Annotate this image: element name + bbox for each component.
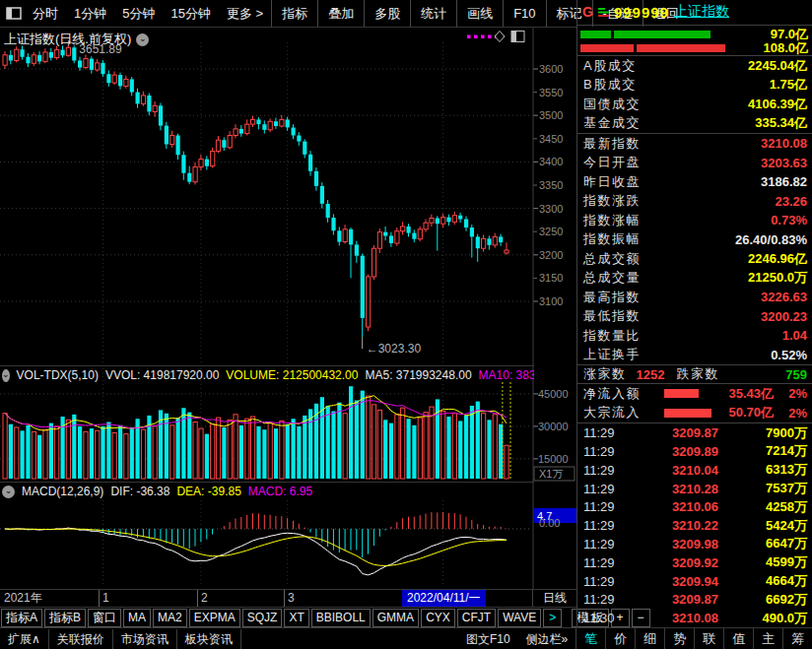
stat-value: 23.26 [775, 194, 807, 209]
indicator-button-expma[interactable]: EXPMA [189, 609, 240, 627]
tick-volume: 4599万 [738, 553, 807, 571]
toolbar-right-item-5[interactable]: F10 [503, 0, 545, 27]
quote-header[interactable]: G 999999 上证指数 [577, 0, 812, 26]
stat-label: 总成交量 [583, 269, 641, 287]
panel-tab-主[interactable]: 主 [753, 628, 782, 649]
period-selector[interactable]: 日线 [532, 589, 576, 608]
toolbar-left-item-4[interactable]: 更多 > [219, 0, 271, 27]
stat-label: 最新指数 [583, 135, 641, 153]
stat-label: 昨日收盘 [583, 173, 641, 191]
bottom-right-item-0[interactable]: 图文F10 [458, 629, 518, 649]
indicator-button-gmma[interactable]: GMMA [372, 609, 419, 627]
tick-price: 3209.98 [633, 537, 738, 552]
tick-time: 11:30 [583, 611, 633, 625]
stat-label: 总成交额 [583, 250, 641, 268]
tick-volume: 6647万 [738, 535, 807, 552]
indicator-button-cyx[interactable]: CYX [421, 609, 455, 627]
toolbar-left-item-1[interactable]: 1分钟 [66, 0, 114, 27]
bottom-item-1[interactable]: 关联报价 [49, 629, 113, 649]
panel-tab-值[interactable]: 值 [723, 628, 753, 649]
bottom-item-2[interactable]: 市场资讯 [113, 629, 177, 649]
toolbar-right-item-3[interactable]: 统计 [410, 0, 456, 27]
toolbar-right-item-2[interactable]: 多股 [364, 0, 410, 27]
svg-text:3300: 3300 [539, 203, 563, 215]
stat-value: 3200.23 [761, 309, 807, 324]
panel-tab-笔[interactable]: 笔 [576, 628, 605, 649]
volume-field: VOLUME: 212500432.00 [226, 368, 358, 382]
chart-title[interactable]: 上证指数(日线.前复权) ⌄ [4, 31, 149, 48]
tick-row: 11:303210.08490.0万 [577, 609, 812, 627]
stat-label: 最高指数 [583, 289, 641, 306]
drawing-dots [467, 35, 471, 39]
toolbar-right-item-4[interactable]: 画线 [456, 0, 503, 27]
bottom-right-item-1[interactable]: 侧边栏» [518, 629, 576, 649]
tick-time: 11:29 [583, 425, 633, 440]
quote-stats: A股成交2245.04亿B股成交1.75亿国债成交4106.39亿基金成交335… [577, 56, 812, 365]
tick-time: 11:29 [583, 574, 633, 589]
indicator-more-arrow[interactable]: > [543, 609, 562, 627]
stat-value: 3186.82 [761, 174, 807, 189]
toolbar-right-item-0[interactable]: 指标 [271, 0, 317, 27]
tick-row: 11:293210.046313万 [577, 461, 812, 480]
advancers-label: 涨家数 [583, 365, 627, 383]
indicator-button-cfjt[interactable]: CFJT [457, 609, 496, 627]
toolbar-left-item-2[interactable]: 5分钟 [114, 0, 163, 27]
panel-tab-筹[interactable]: 筹 [782, 628, 812, 649]
toolbar-left-item-0[interactable]: 分时 [25, 0, 66, 27]
bottom-item-3[interactable]: 板块资讯 [177, 629, 241, 649]
macd-header: ⌄ MACD(12,26,9) DIF: -36.38 DEA: -39.85 … [0, 482, 534, 500]
indicator-button-窗口[interactable]: 窗口 [88, 609, 121, 627]
indicator-button-bbiboll[interactable]: BBIBOLL [311, 609, 371, 627]
stat-value: 3210.08 [761, 136, 807, 151]
layout-panes-icon[interactable] [6, 7, 22, 20]
bottom-item-0[interactable]: 扩展∧ [0, 629, 49, 649]
candlestick-pane[interactable]: 3600350034003300320031003550345033503250… [0, 27, 576, 369]
quote-panel: G 999999 上证指数 97.0亿 108.0亿 A股成交2245.04亿B… [576, 0, 812, 627]
month-tick-1: 1 [99, 590, 109, 607]
indicator-button-ma[interactable]: MA [123, 609, 151, 627]
chevron-down-icon[interactable]: ⌄ [136, 33, 149, 46]
stat-value: 0.73% [771, 213, 807, 227]
stat-row: 指数涨幅0.73% [577, 211, 812, 230]
trading-terminal: 分时1分钟5分钟15分钟更多 > 指标叠加多股统计画线F10标记-自选返回 上证… [0, 0, 812, 649]
indicator-button-指标b[interactable]: 指标B [44, 609, 86, 627]
indicator-button-ma2[interactable]: MA2 [153, 609, 187, 627]
indicator-button-wave[interactable]: WAVE [498, 609, 541, 627]
stat-value: 335.34亿 [755, 114, 807, 132]
chevron-down-icon[interactable]: ⌄ [2, 369, 10, 382]
ask-bar [580, 44, 728, 52]
flow-bar [664, 409, 711, 418]
toolbar-left-item-3[interactable]: 15分钟 [163, 0, 218, 27]
indicator-button-xt[interactable]: XT [284, 609, 308, 627]
flow-value: 50.70亿 [728, 404, 774, 422]
advancers-value: 1252 [637, 367, 665, 382]
tick-time: 11:29 [583, 518, 633, 533]
tick-volume: 4258万 [738, 498, 807, 516]
stat-label: 基金成交 [583, 114, 641, 132]
tick-volume: 7214万 [738, 442, 807, 460]
tick-volume: 5424万 [738, 517, 807, 535]
stat-row: 今日开盘3203.63 [577, 153, 812, 172]
panel-tab-价[interactable]: 价 [605, 628, 635, 649]
toolbar-right-item-1[interactable]: 叠加 [317, 0, 364, 27]
indicator-button-指标a[interactable]: 指标A [1, 609, 42, 627]
month-tick-2: 2 [197, 590, 208, 607]
svg-text:3100: 3100 [539, 295, 563, 307]
panel-tab-联[interactable]: 联 [694, 628, 723, 649]
chevron-down-icon[interactable]: ⌄ [2, 486, 15, 498]
tick-price: 3209.89 [633, 444, 738, 459]
volume-pane[interactable]: 450003000015000X1万 [0, 366, 576, 486]
tick-time: 11:29 [583, 463, 633, 478]
panel-tab-势[interactable]: 势 [664, 628, 694, 649]
flow-bar [664, 389, 699, 398]
tick-volume: 7900万 [738, 424, 807, 442]
stat-label: 今日开盘 [583, 154, 641, 171]
stat-row: 最低指数3200.23 [577, 306, 812, 326]
tick-time: 11:29 [583, 499, 633, 514]
flow-pct: 2% [774, 406, 807, 421]
indicator-button-sqjz[interactable]: SQJZ [242, 609, 283, 627]
panel-tab-细[interactable]: 细 [635, 628, 664, 649]
stat-label: 最低指数 [583, 307, 641, 325]
tick-price: 3210.08 [633, 611, 738, 625]
period-buttons: 分时1分钟5分钟15分钟更多 > [25, 0, 271, 27]
